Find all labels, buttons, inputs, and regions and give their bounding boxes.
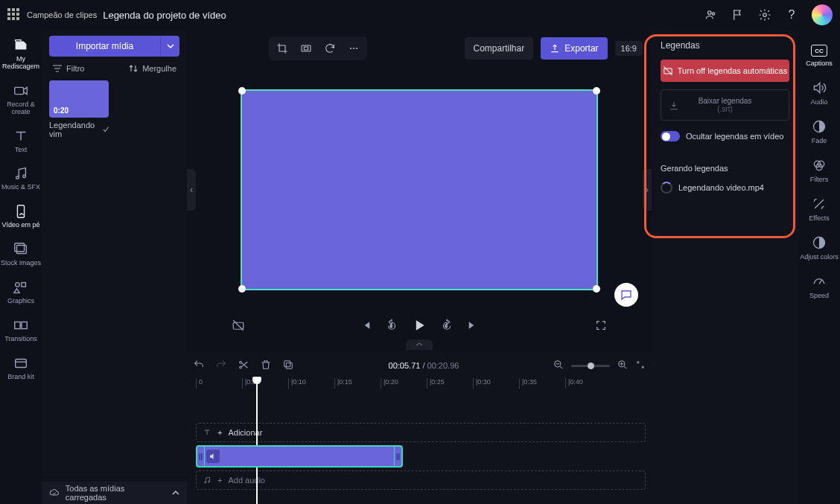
comment-fab[interactable] [614,283,638,307]
generating-title: Gerando legendas [661,164,789,173]
sidebar-item-graphics[interactable]: Graphics [0,275,42,311]
audio-track[interactable]: + Add audio [196,470,646,490]
skip-forward-button[interactable] [467,319,479,334]
redo-button[interactable] [215,359,227,373]
timeline-ruler[interactable]: 0 |0:05 |0:10 |0:15 |0:20 |0:25 |0:30 |0… [193,378,646,392]
media-clip[interactable]: 0:20 Legendando vim [49,80,109,138]
flag-icon[interactable] [731,8,745,22]
skip-back-button[interactable] [360,319,372,334]
playhead[interactable] [256,378,258,504]
timeline-expand-button[interactable] [406,339,433,350]
fade-icon [812,119,827,134]
clip-duration: 0:20 [54,106,69,115]
mute-icon[interactable] [206,450,220,463]
duplicate-button[interactable] [282,359,294,373]
captions-off-icon [663,66,673,76]
clip-trim-right[interactable]: || [394,447,401,466]
rightnav-filters[interactable]: Filters [798,152,840,189]
apps-grid-icon[interactable] [7,8,21,22]
sidebar-item-redial[interactable]: My Rediscagem [0,33,42,77]
hide-captions-toggle[interactable] [661,131,680,141]
svg-point-28 [205,482,206,483]
video-track[interactable]: || || [196,447,646,466]
forward-button[interactable]: 5 [440,319,454,334]
ruler-tick: |0:05 [242,378,288,389]
timecode: 00:05.71 / 00:20.96 [305,361,543,370]
sidebar-item-brand[interactable]: Brand kit [0,351,42,387]
svg-point-2 [763,13,767,17]
captions-icon: CC [811,45,827,57]
sidebar-item-standing-video[interactable]: Vídeo em pé [0,199,42,235]
media-status-bar[interactable]: Todas as mídias carregadas [42,482,187,504]
ruler-tick: |0:20 [381,378,427,389]
video-preview[interactable] [241,89,598,290]
svg-point-22 [240,361,242,363]
undo-button[interactable] [193,359,205,373]
playback-controls: 5 5 [187,313,652,339]
rightnav-adjust[interactable]: Adjust colors [798,229,840,267]
download-captions-button[interactable]: Baixar legendas (.srt) [661,89,789,121]
stage-toolbar [269,36,367,60]
hide-captions-icon[interactable] [232,319,245,334]
svg-text:5: 5 [390,324,392,328]
filters-icon [812,158,827,173]
fullscreen-button[interactable] [595,319,607,334]
delete-button[interactable] [260,359,272,373]
aspect-ratio-button[interactable]: 16:9 [615,41,643,56]
zoom-out-button[interactable] [553,360,564,372]
resize-handle[interactable] [593,285,600,293]
sidebar-item-music[interactable]: Music & SFX [0,161,42,197]
music-icon [203,476,211,485]
ruler-tick: 0 [196,378,242,389]
rightnav-effects[interactable]: Effects [798,191,840,228]
filter-button[interactable]: Filtro [52,64,84,73]
rightnav-speed[interactable]: Speed [798,268,840,305]
export-button[interactable]: Exportar [541,37,607,60]
project-title[interactable]: Legenda do projeto de vídeo [103,10,226,21]
sidebar-item-stock[interactable]: Stock images [0,237,42,273]
sidebar-item-record[interactable]: Record & create [0,78,42,122]
video-clip[interactable]: || || [196,445,403,468]
svg-point-17 [353,48,354,49]
rightnav-audio[interactable]: Audio [798,74,840,112]
crop-button[interactable] [272,39,293,57]
avatar[interactable] [812,4,833,25]
zoom-in-button[interactable] [617,360,628,372]
panel-collapse-left[interactable]: ‹ [187,169,196,211]
svg-rect-15 [305,47,308,50]
team-icon[interactable] [704,8,718,22]
rightnav-captions[interactable]: CC Captions [798,39,840,73]
svg-rect-10 [22,283,25,287]
clip-trim-left[interactable]: || [197,447,205,466]
rightnav-fade[interactable]: Fade [798,113,840,150]
ruler-tick: |0:40 [565,378,611,389]
more-button[interactable] [343,39,364,57]
sort-button[interactable]: Mergulhe [128,64,176,73]
help-icon[interactable]: ? [785,8,798,22]
fit-button[interactable] [296,39,316,57]
import-media-button[interactable]: Importar mídia [49,36,160,57]
text-track[interactable]: + Adicionar [196,423,646,442]
resize-handle[interactable] [593,87,600,95]
svg-rect-8 [15,243,25,252]
gear-icon[interactable] [758,8,771,22]
filter-icon [52,64,63,73]
share-button[interactable]: Compartilhar [465,37,534,60]
panel-collapse-right[interactable]: › [643,169,652,211]
turn-off-auto-captions-button[interactable]: Turn off legendas automáticas [661,60,789,82]
resize-handle[interactable] [238,285,246,293]
resize-handle[interactable] [238,87,246,95]
play-button[interactable] [412,318,427,335]
sidebar-item-transitions[interactable]: Transitions [0,313,42,349]
split-button[interactable] [238,359,249,373]
ruler-tick: |0:10 [288,378,334,389]
rewind-button[interactable]: 5 [385,319,398,334]
svg-point-4 [16,176,19,179]
check-icon [103,126,109,133]
svg-rect-11 [15,322,20,328]
zoom-fit-button[interactable] [635,360,646,372]
rotate-button[interactable] [319,39,340,57]
sidebar-item-text[interactable]: Text [0,124,42,160]
zoom-slider[interactable] [571,365,610,367]
import-dropdown-button[interactable] [160,36,179,57]
